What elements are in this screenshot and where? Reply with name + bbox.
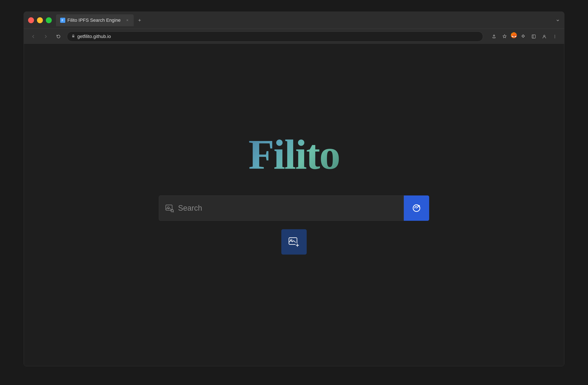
minimize-window-button[interactable]	[37, 17, 43, 23]
title-bar: F Filito IPFS Search Engine × +	[24, 12, 564, 29]
tab-title: Filito IPFS Search Engine	[67, 18, 121, 23]
app-logo: Filito	[248, 130, 339, 179]
back-button[interactable]	[29, 32, 37, 41]
search-section	[159, 195, 429, 255]
search-image-icon	[165, 204, 174, 212]
main-content: Filito	[24, 44, 564, 366]
traffic-lights	[28, 17, 52, 23]
tab-favicon: F	[60, 18, 65, 23]
profile-button[interactable]	[540, 32, 548, 41]
close-window-button[interactable]	[28, 17, 34, 23]
maximize-window-button[interactable]	[46, 17, 52, 23]
svg-rect-3	[532, 35, 535, 38]
address-actions: 🦊	[490, 32, 559, 41]
svg-text:F: F	[62, 19, 63, 22]
share-button[interactable]	[490, 32, 498, 41]
tab-close-button[interactable]: ×	[125, 18, 129, 22]
svg-point-8	[555, 37, 555, 38]
tab-menu-button[interactable]	[556, 18, 560, 23]
search-input[interactable]	[178, 204, 397, 213]
bookmark-button[interactable]	[500, 32, 509, 41]
logo-container: Filito	[248, 130, 339, 179]
svg-point-5	[544, 35, 545, 37]
active-tab[interactable]: F Filito IPFS Search Engine ×	[56, 14, 134, 26]
search-button[interactable]	[404, 195, 429, 221]
address-input[interactable]: getfilito.github.io	[67, 31, 483, 41]
tab-bar: F Filito IPFS Search Engine × +	[56, 14, 560, 26]
fox-icon[interactable]: 🦊	[511, 32, 517, 38]
browser-window: F Filito IPFS Search Engine × +	[24, 12, 564, 366]
new-tab-button[interactable]: +	[135, 16, 144, 24]
menu-button[interactable]	[551, 32, 559, 41]
svg-line-12	[173, 211, 174, 212]
svg-point-7	[555, 36, 555, 37]
extensions-button[interactable]	[519, 32, 527, 41]
search-bar	[159, 195, 429, 221]
address-text: getfilito.github.io	[77, 34, 111, 39]
svg-rect-2	[72, 36, 74, 37]
lock-icon	[71, 34, 75, 39]
address-bar: getfilito.github.io 🦊	[24, 29, 564, 44]
svg-point-6	[555, 35, 555, 36]
search-input-wrapper[interactable]	[159, 195, 404, 221]
forward-button[interactable]	[42, 32, 50, 41]
reload-button[interactable]	[54, 32, 63, 41]
upload-image-button[interactable]	[281, 229, 307, 255]
sidebar-button[interactable]	[529, 32, 538, 41]
